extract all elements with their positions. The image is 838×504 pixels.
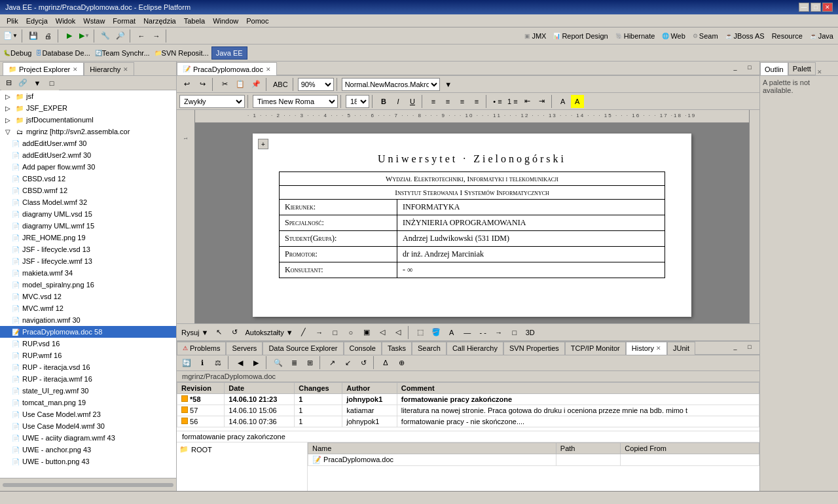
table-row[interactable]: 56 14.06.10 07:36 1 johnypok1 formatowan…	[177, 416, 759, 427]
tree-item-mvc-wmf[interactable]: 📄 MVC.wmf 12	[0, 302, 176, 314]
table-row[interactable]: 57 14.06.10 15:06 1 katiamar literatura …	[177, 405, 759, 416]
color-picker-button[interactable]: A	[556, 95, 570, 108]
java-button[interactable]: ☕ Java	[807, 29, 837, 43]
right-panel-close[interactable]: ✕	[816, 69, 824, 75]
svn-columns-button[interactable]: ⊞	[302, 355, 317, 370]
tree-item-diagramy-wmf[interactable]: 📄 diagramy UML.wmf 15	[0, 220, 176, 232]
style-select[interactable]: Normal.NewMacros.Makro1	[342, 78, 440, 91]
web-button[interactable]: 🌐 Web	[659, 29, 688, 43]
line-tool[interactable]: ╱	[297, 325, 311, 340]
autoshapes-button[interactable]: Autokształty ▼	[243, 325, 295, 340]
tree-item-state-ui[interactable]: 📄 state_UI_reg.wmf 30	[0, 385, 176, 397]
svn-diff-button[interactable]: Δ	[378, 355, 393, 370]
report-design-button[interactable]: 📊 Report Design	[550, 29, 611, 43]
style-more-button[interactable]: ▼	[441, 77, 456, 92]
menu-plik[interactable]: Plik	[3, 16, 22, 26]
align-left-button[interactable]: ≡	[427, 95, 440, 108]
project-explorer-tab[interactable]: 📁 Project Explorer ✕	[3, 62, 84, 75]
search-tab[interactable]: Search	[412, 342, 446, 355]
seam-button[interactable]: ⚙ Seam	[689, 29, 721, 43]
justify-button[interactable]: ≡	[470, 95, 483, 108]
3d-button[interactable]: 3D	[523, 325, 537, 340]
left-panel-scrollbar[interactable]	[0, 478, 176, 491]
menu-pomoc[interactable]: Pomoc	[242, 16, 272, 26]
tree-item-file2[interactable]: 📄 addEditUser2.wmf 30	[0, 149, 176, 161]
expand-doc-button[interactable]: +	[258, 139, 268, 149]
print-button[interactable]: 🖨	[41, 29, 56, 43]
menu-format[interactable]: Format	[109, 16, 139, 26]
textbox-tool[interactable]: ▣	[359, 325, 374, 340]
dash-style-button[interactable]: - -	[476, 325, 490, 340]
tool2[interactable]: 🔎	[113, 29, 128, 43]
call-hierarchy-tab[interactable]: Call Hierarchy	[446, 342, 503, 355]
tab-close-icon[interactable]: ✕	[266, 66, 271, 73]
forward-button[interactable]: →	[149, 29, 164, 43]
tree-item-uwe-activity[interactable]: 📄 UWE - aciity diagram.wmf 43	[0, 432, 176, 444]
jmx-button[interactable]: ▣ JMX	[521, 29, 549, 43]
collapse-all-button[interactable]: ⊟	[1, 76, 16, 90]
outline-tab[interactable]: Outlin	[760, 62, 788, 75]
menu-edycja[interactable]: Edycja	[22, 16, 52, 26]
root-item[interactable]: 📁 ROOT	[179, 445, 304, 454]
minimize-bottom-button[interactable]: _	[728, 342, 742, 354]
tree-item-usecase1[interactable]: 📄 Use Case Model.wmf 23	[0, 408, 176, 420]
tree-item-jsf-lc-wmf[interactable]: 📄 JSF - lifecycle.wmf 13	[0, 255, 176, 267]
spellcheck-button[interactable]: ABC	[271, 77, 290, 92]
back-button[interactable]: ←	[134, 29, 149, 43]
tree-item-jsf-lc-vsd[interactable]: 📄 JSF - lifecycle.vsd 13	[0, 243, 176, 255]
data-source-tab[interactable]: Data Source Explorer	[263, 342, 343, 355]
tool1[interactable]: 🔧	[98, 29, 113, 43]
tcp-ip-monitor-tab[interactable]: TCP/IP Monitor	[565, 342, 626, 355]
ellipse-tool[interactable]: ○	[344, 325, 358, 340]
tree-item-cbsd-wmf[interactable]: 📄 CBSD.wmf 12	[0, 185, 176, 196]
redo-button[interactable]: ↪	[195, 77, 210, 92]
fill-color-button[interactable]: 🪣	[429, 325, 443, 340]
new-button[interactable]: 📄▼	[1, 29, 20, 43]
history-tab-close[interactable]: ✕	[656, 345, 661, 351]
tree-item-makieta[interactable]: 📄 makieta.wmf 34	[0, 267, 176, 279]
align-right-button[interactable]: ≡	[456, 95, 469, 108]
tree-item-praca-dyplomowa[interactable]: 📝 PracaDyplomowa.doc 58	[0, 326, 176, 338]
junit-tab[interactable]: JUnit	[667, 342, 695, 355]
title-controls[interactable]: — □ ✕	[799, 3, 833, 12]
maximize-editor-button[interactable]: □	[742, 62, 757, 75]
tree-item-file1[interactable]: 📄 addEditUser.wmf 30	[0, 137, 176, 149]
tree-item-tomcat[interactable]: 📄 tomcat_man.png 19	[0, 397, 176, 408]
paragraph-style-select[interactable]: Zwykły	[179, 95, 245, 108]
tree-item-model-spiralny[interactable]: 📄 model_spiralny.png 16	[0, 279, 176, 291]
tree-item-class-model[interactable]: 📄 Class Model.wmf 32	[0, 196, 176, 208]
minimize-button[interactable]: —	[799, 3, 809, 12]
maximize-bottom-button[interactable]: □	[742, 342, 757, 354]
svn-compare-button[interactable]: ⚖	[211, 355, 225, 370]
tree-item-jsf-exper[interactable]: ▷ 📁 JSF_EXPER	[0, 102, 176, 114]
servers-tab[interactable]: Servers	[226, 342, 263, 355]
praca-dyplomowa-tab[interactable]: 📝 PracaDyplomowa.doc ✕	[177, 62, 277, 75]
paste-button[interactable]: 📌	[249, 77, 263, 92]
resource-button[interactable]: Resource	[769, 29, 806, 43]
link-editor-button[interactable]: 🔗	[16, 76, 30, 90]
font-size-select[interactable]: 18	[346, 95, 369, 108]
arrow-style-button[interactable]: →	[492, 325, 506, 340]
bullet-list-button[interactable]: • ≡	[491, 95, 504, 108]
minimize-editor-button[interactable]: _	[728, 62, 742, 75]
menu-wstaw[interactable]: Wstaw	[79, 16, 109, 26]
svn-group-button[interactable]: ≣	[287, 355, 301, 370]
tree-item-rup-vsd[interactable]: 📄 RUP.vsd 16	[0, 338, 176, 350]
tree-item-rup-wmf[interactable]: 📄 RUP.wmf 16	[0, 350, 176, 361]
tree-item-jre[interactable]: 📄 JRE_HOME.png 19	[0, 232, 176, 243]
refresh-button[interactable]: ↺	[227, 325, 242, 340]
svn-next-button[interactable]: ▶	[249, 355, 263, 370]
run-button[interactable]: ▶	[62, 29, 77, 43]
draw-menu-button[interactable]: Rysuj ▼	[179, 325, 210, 340]
hibernate-button[interactable]: 🐘 Hibernate	[612, 29, 659, 43]
undo-button[interactable]: ↩	[179, 77, 194, 92]
svn-prev-button[interactable]: ◀	[233, 355, 247, 370]
document-area[interactable]: + Uniwersytet · Zielonogórski Wydział El…	[195, 123, 749, 323]
history-tab[interactable]: History ✕	[626, 342, 667, 355]
tree-item-mgrinz[interactable]: ▽ 🗂 mgrinz [http://svn2.assembla.cor	[0, 126, 176, 137]
table-row[interactable]: *58 14.06.10 21:23 1 johnypok1 formatowa…	[177, 393, 759, 405]
svn-refresh-button[interactable]: 🔄	[179, 355, 194, 370]
arrow-tool[interactable]: →	[312, 325, 327, 340]
file-row[interactable]: 📝 PracaDyplomowa.doc	[308, 454, 759, 466]
shadow-button[interactable]: ⬚	[413, 325, 428, 340]
